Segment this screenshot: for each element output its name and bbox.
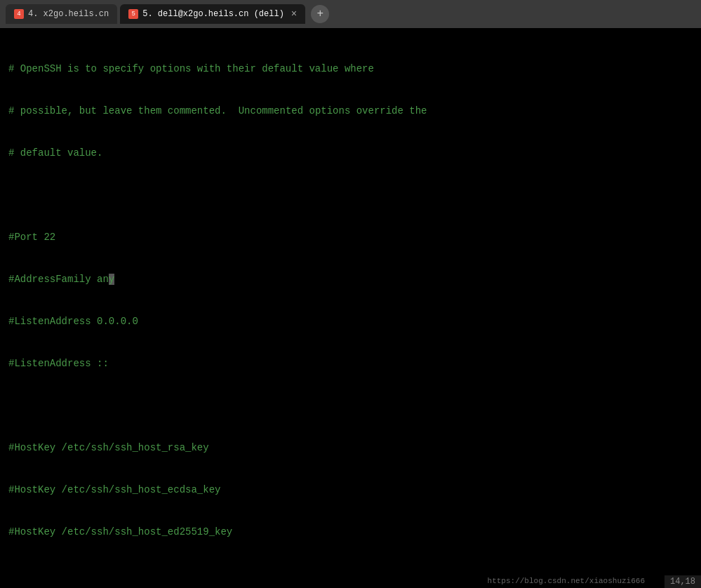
line-12: #HostKey /etc/ssh/ssh_host_ed25519_key xyxy=(8,525,693,539)
tab-icon-1: 4 xyxy=(14,9,24,19)
tab-close-button[interactable]: × xyxy=(291,8,297,20)
terminal-area[interactable]: # OpenSSH is to specify options with the… xyxy=(0,28,701,588)
line-9 xyxy=(8,399,693,413)
tab-dell[interactable]: 5 5. dell@x2go.heils.cn (dell) × xyxy=(120,4,305,24)
tab-label-1: 4. x2go.heils.cn xyxy=(28,9,109,19)
tab-icon-2: 5 xyxy=(128,9,138,19)
line-8: #ListenAddress :: xyxy=(8,356,693,370)
line-2: # possible, but leave them commented. Un… xyxy=(8,104,693,118)
line-10: #HostKey /etc/ssh/ssh_host_rsa_key xyxy=(8,441,693,455)
new-tab-button[interactable]: + xyxy=(311,5,329,23)
line-1: # OpenSSH is to specify options with the… xyxy=(8,62,693,76)
watermark: https://blog.csdn.net/xiaoshuzi666 xyxy=(488,577,645,585)
tab-x2go[interactable]: 4 4. x2go.heils.cn xyxy=(6,4,117,24)
tab-label-2: 5. dell@x2go.heils.cn (dell) xyxy=(142,9,284,19)
line-7: #ListenAddress 0.0.0.0 xyxy=(8,314,693,328)
line-11: #HostKey /etc/ssh/ssh_host_ecdsa_key xyxy=(8,483,693,497)
new-tab-icon: + xyxy=(316,8,323,20)
line-3: # default value. xyxy=(8,146,693,160)
status-bar: 14,18 xyxy=(665,575,701,588)
line-4 xyxy=(8,188,693,202)
code-content: # OpenSSH is to specify options with the… xyxy=(8,34,693,588)
browser-chrome: 4 4. x2go.heils.cn 5 5. dell@x2go.heils.… xyxy=(0,0,701,28)
line-5: #Port 22 xyxy=(8,230,693,244)
line-6: #AddressFamily any xyxy=(8,272,693,286)
